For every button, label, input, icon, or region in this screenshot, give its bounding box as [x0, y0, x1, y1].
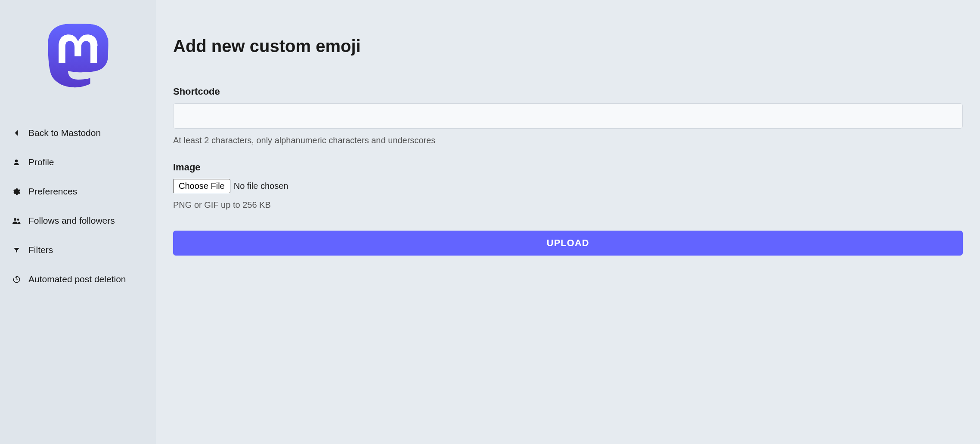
- choose-file-button[interactable]: Choose File: [173, 179, 230, 193]
- chevron-left-icon: [12, 129, 21, 137]
- image-label: Image: [173, 162, 963, 173]
- sidebar-item-preferences[interactable]: Preferences: [0, 177, 156, 206]
- mastodon-logo[interactable]: [47, 24, 109, 88]
- sidebar-item-back[interactable]: Back to Mastodon: [0, 118, 156, 148]
- sidebar-item-label: Follows and followers: [28, 216, 115, 226]
- sidebar-item-label: Profile: [28, 157, 54, 167]
- sidebar-item-label: Automated post deletion: [28, 274, 126, 284]
- user-icon: [12, 158, 21, 166]
- sidebar-item-automated-deletion[interactable]: Automated post deletion: [0, 265, 156, 294]
- sidebar: Back to Mastodon Profile Preferences Fol…: [0, 0, 156, 444]
- filter-icon: [12, 246, 21, 254]
- shortcode-help-text: At least 2 characters, only alphanumeric…: [173, 136, 963, 145]
- sidebar-item-label: Preferences: [28, 186, 77, 197]
- upload-button[interactable]: UPLOAD: [173, 231, 963, 256]
- sidebar-nav: Back to Mastodon Profile Preferences Fol…: [0, 118, 156, 294]
- gear-icon: [12, 187, 21, 196]
- svg-point-0: [15, 160, 18, 162]
- page-title: Add new custom emoji: [173, 37, 963, 56]
- sidebar-item-filters[interactable]: Filters: [0, 235, 156, 265]
- svg-point-2: [17, 219, 19, 221]
- shortcode-input[interactable]: [173, 103, 963, 129]
- shortcode-field-group: Shortcode At least 2 characters, only al…: [173, 86, 963, 145]
- file-status-text: No file chosen: [234, 181, 288, 191]
- shortcode-label: Shortcode: [173, 86, 963, 97]
- sidebar-item-profile[interactable]: Profile: [0, 148, 156, 177]
- sidebar-item-label: Filters: [28, 245, 53, 255]
- logo-wrap: [0, 24, 156, 88]
- sidebar-item-label: Back to Mastodon: [28, 128, 101, 138]
- main-content: Add new custom emoji Shortcode At least …: [156, 0, 980, 444]
- users-icon: [12, 216, 21, 225]
- svg-point-1: [14, 218, 16, 221]
- image-field-group: Image Choose File No file chosen PNG or …: [173, 162, 963, 210]
- sidebar-item-follows[interactable]: Follows and followers: [0, 206, 156, 235]
- file-input-row: Choose File No file chosen: [173, 179, 963, 193]
- history-icon: [12, 275, 21, 284]
- image-help-text: PNG or GIF up to 256 KB: [173, 200, 963, 210]
